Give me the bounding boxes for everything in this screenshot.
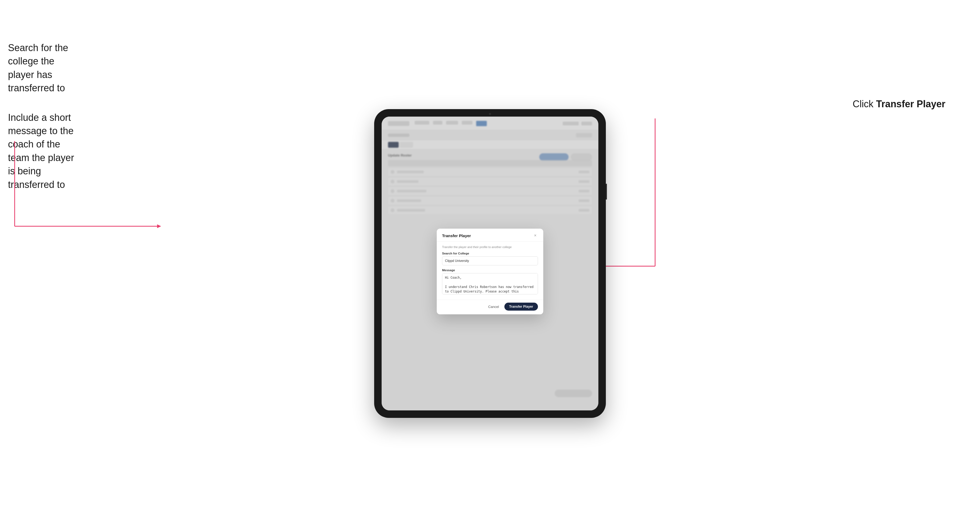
modal-title: Transfer Player [442,233,471,238]
annotation-search-text: Search for the college the player has tr… [8,41,83,95]
transfer-player-button[interactable]: Transfer Player [504,303,538,311]
modal-overlay: Transfer Player × Transfer the player an… [382,117,598,410]
transfer-player-modal: Transfer Player × Transfer the player an… [437,229,543,314]
tablet-screen: Update Roster [382,117,598,410]
annotation-message-text: Include a short message to the coach of … [8,111,83,191]
tablet-camera [489,113,491,115]
college-label: Search for College [442,252,538,255]
modal-footer: Cancel Transfer Player [437,300,543,314]
annotation-left: Search for the college the player has tr… [8,41,83,207]
annotation-transfer-bold: Transfer Player [876,98,945,110]
tablet-power-button [606,184,607,200]
message-textarea[interactable]: Hi Coach, I understand Chris Robertson h… [442,273,538,294]
modal-header: Transfer Player × [437,229,543,242]
tablet-device: Update Roster [374,109,606,418]
modal-close-button[interactable]: × [533,233,538,238]
annotation-right: Click Transfer Player [853,98,945,110]
message-label: Message [442,268,538,272]
modal-body: Transfer the player and their profile to… [437,242,543,300]
college-search-input[interactable] [442,256,538,265]
cancel-button[interactable]: Cancel [485,303,501,310]
svg-marker-2 [157,224,161,228]
modal-description: Transfer the player and their profile to… [442,245,538,249]
